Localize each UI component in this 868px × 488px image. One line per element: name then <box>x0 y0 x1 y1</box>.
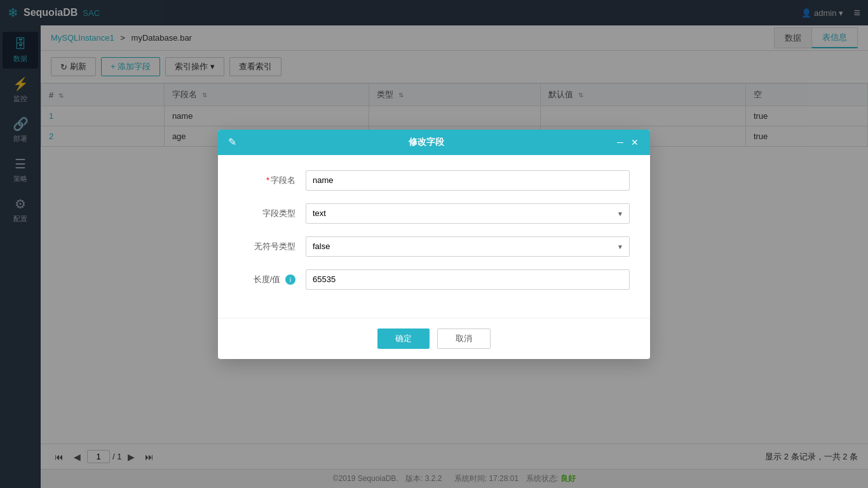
cancel-button[interactable]: 取消 <box>437 329 491 349</box>
unsigned-type-select[interactable]: false true <box>306 236 630 257</box>
length-row: 长度/值 i <box>238 269 630 290</box>
modal-body: *字段名 字段类型 text int varchar char 无符号类 <box>218 155 650 318</box>
modal-edit-icon: ✎ <box>228 136 236 148</box>
modal-header: ✎ 修改字段 ─ ✕ <box>218 130 650 155</box>
field-type-select-wrapper: text int varchar char <box>306 203 630 224</box>
unsigned-type-label: 无符号类型 <box>238 241 295 252</box>
field-name-input[interactable] <box>306 170 630 191</box>
field-type-select[interactable]: text int varchar char <box>306 203 630 224</box>
field-name-label: *字段名 <box>238 175 295 186</box>
modal-header-actions: ─ ✕ <box>616 136 640 149</box>
length-info-icon[interactable]: i <box>285 274 295 285</box>
modal-header-left: ✎ <box>228 136 236 148</box>
modal-minimize-button[interactable]: ─ <box>616 136 625 149</box>
length-input[interactable] <box>306 269 630 290</box>
unsigned-type-select-wrapper: false true <box>306 236 630 257</box>
length-label: 长度/值 i <box>238 274 295 285</box>
unsigned-type-row: 无符号类型 false true <box>238 236 630 257</box>
modal-footer: 确定 取消 <box>218 318 650 359</box>
field-type-row: 字段类型 text int varchar char <box>238 203 630 224</box>
confirm-button[interactable]: 确定 <box>377 329 430 349</box>
field-type-label: 字段类型 <box>238 208 295 219</box>
modal-overlay[interactable]: ✎ 修改字段 ─ ✕ *字段名 字段类型 text <box>0 0 868 488</box>
edit-field-modal: ✎ 修改字段 ─ ✕ *字段名 字段类型 text <box>218 130 650 359</box>
modal-close-button[interactable]: ✕ <box>630 136 640 149</box>
modal-title: 修改字段 <box>236 137 616 148</box>
field-name-row: *字段名 <box>238 170 630 191</box>
